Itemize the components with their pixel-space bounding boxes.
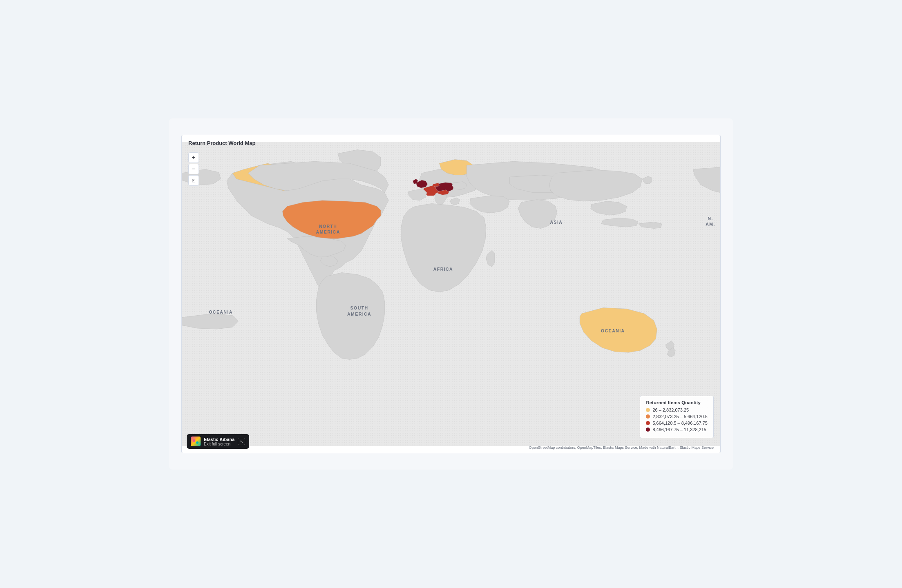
exit-fullscreen-icon[interactable]: ⤡ (238, 438, 245, 445)
legend-item-4: 8,496,167.75 – 11,328,215 (646, 427, 708, 432)
n-am-right: N. (708, 216, 713, 221)
crop-button[interactable]: ⊡ (188, 175, 199, 186)
svg-point-5 (196, 439, 198, 441)
map-container: Return Product World Map + − ⊡ (181, 135, 721, 453)
legend-title: Returned Items Quantity (646, 400, 708, 405)
legend-color-4 (646, 428, 650, 432)
oceania-right-label: OCEANIA (601, 328, 625, 333)
asia-label: ASIA (550, 220, 563, 225)
kibana-name: Elastic Kibana (204, 437, 234, 442)
legend-label-4: 8,496,167.75 – 11,328,215 (652, 427, 706, 432)
map-title: Return Product World Map (188, 140, 255, 146)
legend-item-1: 26 – 2,832,073.25 (646, 408, 708, 412)
oceania-left-label: OCEANIA (209, 310, 232, 314)
map-legend: Returned Items Quantity 26 – 2,832,073.2… (640, 396, 714, 438)
svg-point-4 (193, 439, 195, 442)
kibana-logo (191, 437, 201, 446)
legend-item-2: 2,832,073.25 – 5,664,120.5 (646, 414, 708, 419)
legend-color-1 (646, 408, 650, 412)
south-america-label: SOUTH (351, 305, 368, 310)
zoom-in-button[interactable]: + (188, 152, 199, 163)
kibana-text: Elastic Kibana Exit full screen (204, 437, 234, 446)
kibana-bar[interactable]: Elastic Kibana Exit full screen ⤡ (187, 434, 249, 449)
north-america-label: NORTH (319, 224, 337, 229)
n-am-right2: AM. (706, 222, 715, 227)
map-controls: + − ⊡ (188, 152, 199, 186)
zoom-out-button[interactable]: − (188, 164, 199, 174)
page-wrapper: Return Product World Map + − ⊡ (169, 118, 733, 470)
map-attribution: OpenStreetMap contributors, OpenMapTiles… (529, 445, 714, 450)
legend-label-2: 2,832,073.25 – 5,664,120.5 (652, 414, 708, 419)
legend-label-1: 26 – 2,832,073.25 (652, 408, 689, 412)
legend-color-2 (646, 414, 650, 419)
africa-label: AFRICA (433, 267, 453, 272)
legend-label-3: 5,664,120.5 – 8,496,167.75 (652, 421, 708, 425)
legend-item-3: 5,664,120.5 – 8,496,167.75 (646, 421, 708, 425)
south-america-label2: AMERICA (347, 312, 371, 316)
north-america-label2: AMERICA (316, 229, 340, 234)
kibana-action: Exit full screen (204, 442, 234, 446)
svg-point-6 (196, 441, 199, 444)
legend-color-3 (646, 421, 650, 425)
world-map-svg: NORTH AMERICA SOUTH AMERICA AFRICA ASIA … (182, 135, 720, 453)
